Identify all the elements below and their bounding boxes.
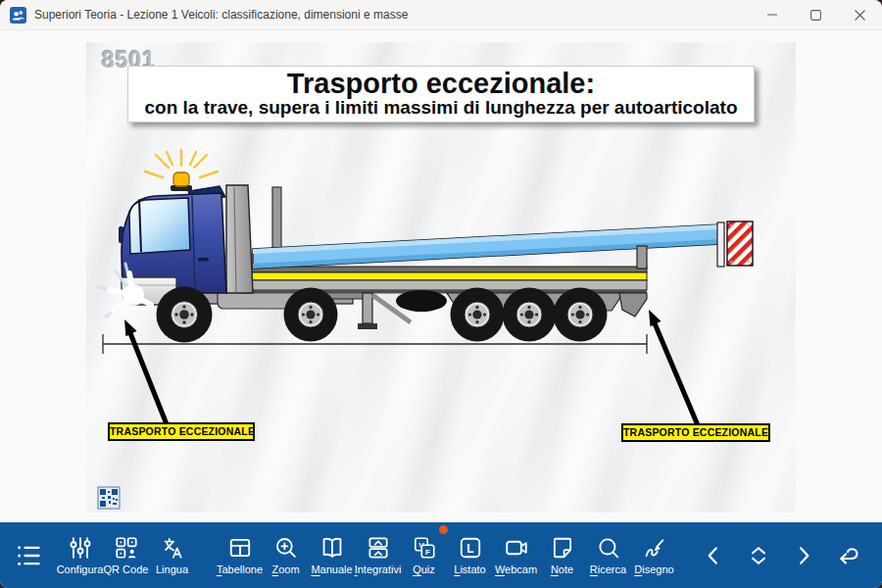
slide-area: 8501 [0, 30, 882, 522]
note-page-icon [550, 535, 575, 561]
close-icon [855, 10, 865, 21]
toolbar-label: Note [551, 564, 573, 575]
scroll-up-down-button[interactable] [736, 522, 781, 588]
qr-thumbnail-icon [98, 487, 120, 509]
toolbar-label: Tabellone [217, 564, 263, 575]
toolbar-listato-button[interactable]: L Listato [447, 522, 493, 588]
rear-warning-panel [727, 221, 753, 266]
chevrons-up-down-icon [746, 543, 771, 568]
toolbar-label: Disegno [634, 564, 673, 575]
table-grid-icon [227, 535, 253, 561]
slide-subtitle: con la trave, supera i limiti massimi di… [128, 98, 754, 118]
toolbar-integrativi-button[interactable]: Integrativi [355, 522, 401, 588]
media-slides-icon [366, 535, 391, 561]
toolbar-note-button[interactable]: Note [539, 522, 585, 588]
minimize-button[interactable] [750, 0, 794, 29]
side-mirror [119, 226, 123, 243]
toolbar-qr-code-button[interactable]: QR Code [103, 522, 149, 588]
callout-arrows [124, 310, 698, 425]
beam-load [253, 221, 753, 269]
beacon-light [145, 150, 218, 191]
return-arrow-icon [836, 543, 861, 568]
close-button[interactable] [838, 0, 882, 29]
next-slide-button[interactable] [781, 522, 826, 588]
label-trasporto-eccezionale-front: TRASPORTO ECCEZIONALE [108, 422, 255, 441]
toolbar-ricerca-button[interactable]: Ricerca [585, 522, 631, 588]
toolbar-webcam-button[interactable]: Webcam [493, 522, 539, 588]
app-icon [10, 7, 26, 24]
bottom-toolbar: Configura QR Code Lingua [0, 522, 882, 588]
minimize-icon [767, 10, 777, 20]
toolbar-label: Webcam [495, 564, 537, 575]
svg-text:L: L [466, 542, 473, 556]
toolbar-tabellone-button[interactable]: Tabellone [217, 522, 263, 588]
toolbar-disegno-button[interactable]: Disegno [631, 522, 677, 588]
toolbar-label: Lingua [156, 564, 188, 575]
draw-pen-icon [642, 535, 667, 561]
landing-gear [363, 293, 372, 323]
toolbar-label: Ricerca [590, 564, 626, 575]
toolbar-gap [677, 522, 691, 588]
side-yellow-stripe [241, 272, 647, 280]
label-trasporto-eccezionale-rear: TRASPORTO ECCEZIONALE [621, 423, 770, 442]
main-menu-button[interactable] [6, 522, 51, 588]
list-l-icon: L [458, 535, 483, 561]
sliders-icon [68, 535, 93, 561]
slide-canvas: 8501 [86, 42, 796, 513]
translate-icon [160, 535, 185, 561]
open-book-icon [319, 535, 345, 561]
return-button[interactable] [826, 522, 871, 588]
true-false-cards-icon: V F [412, 535, 437, 561]
trailer-rear-skirt [619, 293, 647, 317]
headboard [226, 185, 253, 293]
toolbar-label: Quiz [413, 564, 435, 575]
toolbar-label: Zoom [271, 564, 299, 575]
menu-list-icon [15, 542, 42, 569]
titlebar: Superiori Teoria - Lezione 1 Veicoli: cl… [0, 0, 882, 30]
toolbar-label: QR Code [104, 564, 149, 575]
quiz-notification-badge [439, 525, 448, 534]
toolbar-label: Integrativi [355, 564, 402, 575]
prev-slide-button[interactable] [691, 522, 736, 588]
qr-code-icon [114, 535, 139, 561]
toolbar-label: Configura [57, 564, 104, 575]
toolbar-label: Listato [454, 564, 485, 575]
toolbar-gap [195, 522, 217, 588]
svg-text:F: F [424, 548, 429, 557]
maximize-button[interactable] [794, 0, 838, 29]
slide-heading-box: Trasporto eccezionale: con la trave, sup… [127, 66, 755, 122]
rear-beam-support [637, 246, 647, 269]
toolbar-lingua-button[interactable]: Lingua [149, 522, 195, 588]
toolbar-manuale-button[interactable]: Manuale [309, 522, 355, 588]
window-controls [750, 0, 882, 29]
chevron-left-icon [701, 543, 726, 568]
spare-wheel [396, 290, 447, 312]
toolbar-label: Manuale [311, 564, 352, 575]
zoom-in-icon [273, 535, 299, 561]
toolbar-zoom-button[interactable]: Zoom [263, 522, 309, 588]
video-camera-icon [504, 535, 529, 561]
toolbar-configura-button[interactable]: Configura [57, 522, 103, 588]
search-icon [596, 535, 621, 561]
window-title: Superiori Teoria - Lezione 1 Veicoli: cl… [34, 8, 408, 22]
maximize-icon [810, 10, 821, 21]
chevron-right-icon [791, 543, 816, 568]
slide-title: Trasporto eccezionale: [128, 69, 754, 98]
app-window: Superiori Teoria - Lezione 1 Veicoli: cl… [0, 0, 882, 588]
truck-cab [119, 150, 226, 305]
